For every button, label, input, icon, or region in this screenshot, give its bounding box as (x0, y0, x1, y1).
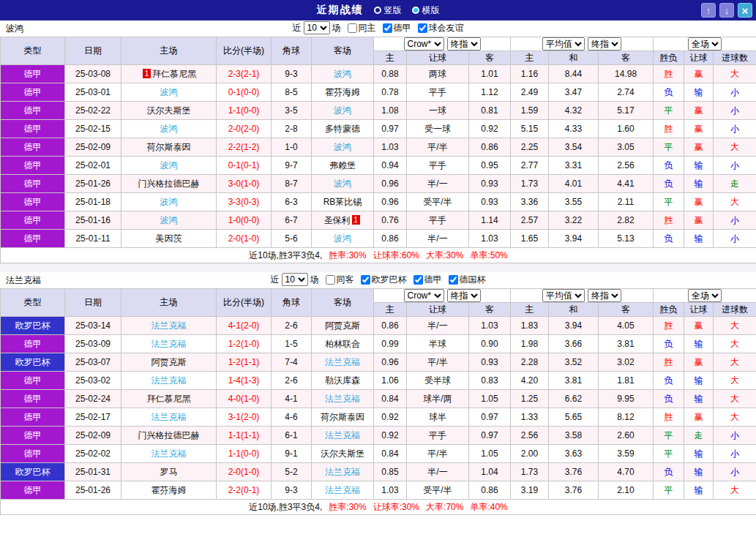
away-odds-cell: 0.93 (469, 175, 511, 193)
odds-stage-select[interactable]: 终指 (447, 289, 481, 302)
score-cell[interactable]: 3-0(1-0) (217, 175, 272, 193)
away-team-name[interactable]: 波鸿 (334, 142, 351, 152)
away-team-name[interactable]: 波鸿 (334, 179, 351, 189)
score-cell[interactable]: 1-2(1-1) (217, 353, 272, 372)
score-cell[interactable]: 1-1(0-0) (217, 102, 272, 120)
odds-stage-select[interactable]: 终指 (447, 37, 481, 50)
home-team-name[interactable]: 法兰克福 (151, 448, 187, 459)
score-cell[interactable]: 3-1(2-0) (217, 408, 272, 427)
games-count-select[interactable]: 10 (282, 273, 308, 286)
home-team-name[interactable]: 波鸿 (160, 124, 178, 134)
scope-select[interactable]: 全场 (688, 37, 722, 50)
away-team-name[interactable]: 法兰克福 (325, 430, 360, 440)
away-team-name[interactable]: 霍芬海姆 (325, 87, 360, 97)
score-cell[interactable]: 2-0(2-0) (217, 120, 272, 138)
score-cell[interactable]: 1-0(0-0) (217, 211, 272, 230)
away-team-name[interactable]: RB莱比锡 (323, 197, 362, 207)
score-cell[interactable]: 1-4(1-3) (217, 372, 272, 390)
score-cell[interactable]: 0-1(0-0) (217, 83, 272, 102)
home-team-name[interactable]: 荷尔斯泰因 (147, 142, 191, 152)
home-team-name[interactable]: 沃尔夫斯堡 (147, 105, 191, 116)
goals-result-cell: 大 (714, 138, 756, 157)
away-team-name[interactable]: 法兰克福 (325, 485, 360, 495)
avg-stage-select[interactable]: 终指 (588, 37, 621, 50)
away-team-name[interactable]: 波鸿 (334, 69, 351, 79)
corner-cell: 4-6 (272, 408, 312, 427)
score-cell[interactable]: 0-1(0-1) (217, 157, 272, 175)
close-button[interactable]: × (738, 3, 752, 18)
filter-checkbox-label: 球会友谊 (429, 22, 464, 34)
avg-type-select[interactable]: 平均值 (542, 289, 585, 302)
filter-checkbox-item[interactable]: 同客 (326, 274, 354, 286)
home-team-name[interactable]: 法兰克福 (151, 320, 187, 331)
away-team-name[interactable]: 勒沃库森 (325, 375, 360, 386)
home-team-name[interactable]: 门兴格拉德巴赫 (138, 179, 200, 189)
home-team-name[interactable]: 阿贾克斯 (151, 357, 187, 367)
home-team-name[interactable]: 波鸿 (160, 87, 178, 97)
home-team-name[interactable]: 美因茨 (156, 233, 182, 244)
home-team-name[interactable]: 法兰克福 (151, 339, 187, 349)
away-team-name[interactable]: 阿贾克斯 (325, 320, 360, 331)
filter-checkbox-item[interactable]: 同主 (348, 22, 376, 34)
avg-stage-select[interactable]: 终指 (588, 289, 621, 302)
home-team-name[interactable]: 波鸿 (160, 197, 178, 207)
away-odds-cell: 0.81 (469, 102, 511, 120)
score-cell[interactable]: 2-2(1-2) (217, 138, 272, 157)
score-cell[interactable]: 2-3(2-1) (217, 65, 272, 83)
radio-selected-icon (412, 7, 419, 14)
score-cell[interactable]: 2-2(0-1) (217, 481, 272, 500)
score-cell[interactable]: 4-1(2-0) (217, 317, 272, 335)
home-team-name[interactable]: 门兴格拉德巴赫 (138, 430, 200, 440)
odds-company-select[interactable]: Crow* (404, 289, 444, 302)
score-cell[interactable]: 2-0(1-0) (217, 463, 272, 481)
score-cell[interactable]: 4-0(1-0) (217, 390, 272, 408)
home-team-name[interactable]: 波鸿 (160, 215, 178, 225)
away-team-cell: 波鸿 (312, 230, 374, 248)
score-cell[interactable]: 1-2(1-0) (217, 335, 272, 353)
home-team-name[interactable]: 拜仁慕尼黑 (152, 69, 196, 79)
away-team-name[interactable]: 法兰克福 (325, 394, 360, 404)
home-team-name[interactable]: 拜仁慕尼黑 (147, 394, 191, 404)
scroll-down-button[interactable]: ↓ (719, 3, 734, 18)
column-header: 类型 (1, 37, 65, 65)
away-team-name[interactable]: 弗赖堡 (329, 160, 356, 170)
avg-type-select[interactable]: 平均值 (542, 37, 585, 50)
filter-checkbox[interactable] (326, 275, 335, 285)
filter-checkbox-item[interactable]: 德国杯 (449, 274, 486, 286)
filter-checkbox[interactable] (449, 275, 458, 285)
odds-company-select[interactable]: Crow* (404, 37, 444, 50)
home-team-name[interactable]: 霍芬海姆 (151, 485, 187, 495)
away-team-name[interactable]: 柏林联合 (325, 339, 360, 349)
layout-radio-horizontal[interactable]: 横版 (412, 4, 440, 17)
filter-checkbox[interactable] (418, 23, 427, 33)
away-team-name[interactable]: 沃尔夫斯堡 (321, 448, 364, 459)
home-team-name[interactable]: 波鸿 (160, 160, 178, 170)
away-team-name[interactable]: 波鸿 (334, 105, 351, 116)
scroll-up-button[interactable]: ↑ (701, 3, 716, 18)
filter-checkbox-item[interactable]: 欧罗巴杯 (361, 274, 407, 286)
filter-checkbox-item[interactable]: 德甲 (413, 274, 442, 286)
games-count-select[interactable]: 10 (304, 21, 330, 34)
away-team-name[interactable]: 圣保利 (324, 215, 351, 225)
filter-checkbox[interactable] (348, 23, 357, 33)
filter-checkbox-item[interactable]: 德甲 (383, 22, 411, 34)
layout-radio-vertical[interactable]: 竖版 (374, 4, 402, 17)
home-team-name[interactable]: 法兰克福 (151, 412, 187, 422)
score-cell[interactable]: 3-3(0-3) (217, 193, 272, 211)
away-team-name[interactable]: 波鸿 (334, 233, 351, 244)
home-team-name[interactable]: 法兰克福 (151, 375, 187, 386)
away-team-name[interactable]: 荷尔斯泰因 (321, 412, 364, 422)
score-cell[interactable]: 1-1(1-1) (217, 427, 272, 445)
scope-select[interactable]: 全场 (688, 289, 722, 302)
filter-checkbox[interactable] (383, 23, 392, 33)
filter-checkbox[interactable] (361, 275, 370, 285)
filter-checkbox[interactable] (413, 275, 423, 285)
handicap-result-cell: 输 (684, 175, 714, 193)
away-team-name[interactable]: 法兰克福 (325, 357, 360, 367)
score-cell[interactable]: 1-1(0-0) (217, 445, 272, 463)
filter-checkbox-item[interactable]: 球会友谊 (418, 22, 464, 34)
score-cell[interactable]: 2-0(1-0) (217, 230, 272, 248)
home-team-name[interactable]: 罗马 (160, 467, 178, 477)
away-team-name[interactable]: 多特蒙德 (325, 124, 360, 134)
away-team-name[interactable]: 法兰克福 (325, 467, 360, 477)
